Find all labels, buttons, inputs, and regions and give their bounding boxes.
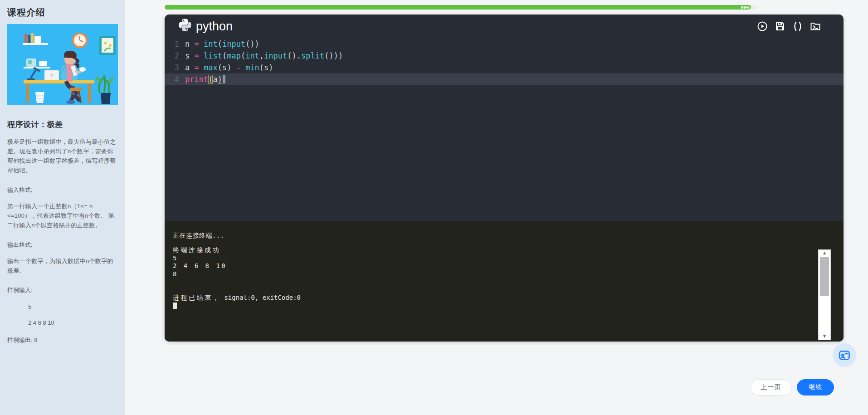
output-format-label: 输出格式: [7,241,117,249]
progress-fill: 99% [165,5,751,10]
lesson-description: 极差是指一组数据中，最大值与最小值之差。现在袁小弟列出了n个数字，需要你帮他找出… [7,137,117,175]
line-number: 2 [165,50,179,62]
terminal-folder-icon[interactable] [810,21,821,32]
lesson-title: 程序设计：极差 [7,119,117,130]
scroll-down-arrow-icon[interactable]: ▼ [819,333,830,340]
terminal-line: 8 [173,270,835,278]
course-sidebar: 课程介绍 [0,0,125,415]
terminal-line: 2 4 6 8 10 [173,262,835,270]
progress-percent-label: 99% [741,5,750,10]
sample-input-line1: 5 [28,303,117,310]
line-number: 3 [165,62,179,73]
previous-page-button[interactable]: 上一页 [751,379,791,395]
line-number: 1 [165,38,179,50]
sample-output: 样例输出: 8 [7,336,117,344]
editor-header: python [165,15,844,38]
sample-output-value: 8 [34,337,37,343]
run-icon[interactable] [757,21,768,32]
terminal-block-cursor [173,303,177,309]
output-format-text: 输出一个数字，为输入数据中n个数字的极差。 [7,256,117,275]
continue-button[interactable]: 继续 [797,379,834,395]
save-icon[interactable] [775,21,785,32]
sample-input-line2: 2 4 6 8 10 [28,319,117,326]
code-editor-card: python 1n = int(input() [165,15,844,342]
terminal-line: 进程已结束， signal:0, exitCode:0 [173,294,835,302]
terminal-lines: 终端连接成功52 4 6 8 108 进程已结束， signal:0, exit… [173,246,835,310]
code-area[interactable]: 1n = int(input())2s = list(map(int,input… [165,38,844,85]
editor-language-label: python [196,20,233,34]
customer-service-button[interactable] [833,343,856,367]
code-line[interactable]: 1n = int(input()) [165,38,844,50]
input-format-label: 输入格式: [7,186,117,194]
input-format-text: 第一行输入一个正整数n（1<= n <=100），代表这组数字中有n个数。 第二… [7,201,117,230]
terminal-scrollbar[interactable]: ▲ ▼ [818,249,831,340]
terminal-connecting-message: 正在连接终端... [173,232,835,240]
scrollbar-thumb[interactable] [820,257,829,296]
scroll-up-arrow-icon[interactable]: ▲ [819,250,830,256]
terminal-panel[interactable]: 正在连接终端... 终端连接成功52 4 6 8 108 进程已结束， sign… [165,221,844,342]
line-number: 4 [165,73,179,85]
course-illustration [7,24,118,105]
sidebar-title: 课程介绍 [7,6,117,19]
terminal-line [173,286,835,294]
sample-output-label: 样例输出: [7,337,33,343]
course-progress-bar: 99% [165,5,757,10]
terminal-line [173,278,835,286]
code-line[interactable]: 4print(a) [165,73,844,85]
code-line[interactable]: 3a = max(s) - min(s) [165,62,844,73]
sample-input-label: 样例输入: [7,286,117,294]
editor-toolbar [757,21,821,32]
text-cursor [223,75,225,83]
format-code-icon[interactable] [792,21,803,32]
terminal-line [173,302,835,310]
customer-service-icon [838,349,851,361]
terminal-line: 5 [173,254,835,263]
python-brand: python [177,19,233,34]
terminal-line: 终端连接成功 [173,246,835,254]
code-line[interactable]: 2s = list(map(int,input().split())) [165,50,844,62]
python-logo-icon [177,19,193,34]
